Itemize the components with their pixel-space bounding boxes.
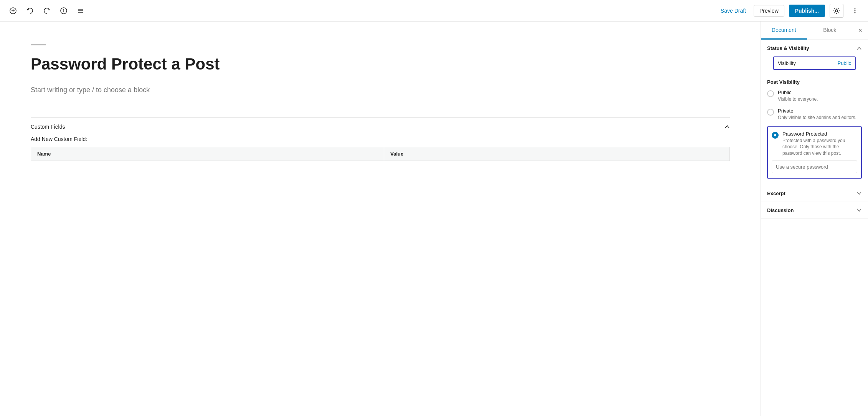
custom-fields-header[interactable]: Custom Fields bbox=[31, 118, 730, 136]
chevron-up-icon bbox=[724, 124, 730, 129]
radio-public-desc: Visible to everyone. bbox=[778, 96, 818, 103]
radio-password-title: Password Protected bbox=[782, 131, 857, 137]
discussion-title: Discussion bbox=[767, 207, 794, 213]
tab-document[interactable]: Document bbox=[761, 22, 807, 40]
editor: Password Protect a Post Start writing or… bbox=[0, 22, 761, 416]
chevron-up-icon-sidebar bbox=[856, 46, 862, 51]
add-block-button[interactable] bbox=[6, 4, 20, 18]
radio-private-title: Private bbox=[778, 108, 856, 114]
info-button[interactable] bbox=[57, 4, 71, 18]
publish-button[interactable]: Publish... bbox=[789, 5, 825, 17]
settings-button[interactable] bbox=[830, 4, 843, 18]
gear-icon bbox=[833, 7, 840, 14]
svg-point-9 bbox=[835, 10, 838, 12]
radio-password-text: Password Protected Protected with a pass… bbox=[782, 131, 857, 157]
sidebar: Document Block × Status & Visibility Vis… bbox=[761, 22, 868, 416]
svg-point-10 bbox=[855, 8, 856, 9]
chevron-down-icon-excerpt bbox=[856, 191, 862, 196]
more-options-button[interactable] bbox=[848, 4, 862, 18]
status-visibility-section: Status & Visibility Visibility Public Po… bbox=[761, 40, 868, 185]
excerpt-title: Excerpt bbox=[767, 191, 785, 196]
save-draft-button[interactable]: Save Draft bbox=[718, 5, 749, 16]
redo-button[interactable] bbox=[40, 4, 54, 18]
radio-option-public[interactable]: Public Visible to everyone. bbox=[767, 89, 862, 103]
visibility-label: Visibility bbox=[778, 60, 796, 66]
radio-private-desc: Only visible to site admins and editors. bbox=[778, 114, 856, 121]
post-visibility-area: Post Visibility Public Visible to everyo… bbox=[761, 75, 868, 185]
discussion-panel[interactable]: Discussion bbox=[761, 202, 868, 219]
radio-private-text: Private Only visible to site admins and … bbox=[778, 108, 856, 121]
radio-option-password[interactable]: Password Protected Protected with a pass… bbox=[767, 126, 862, 179]
col-value: Value bbox=[384, 147, 730, 161]
info-icon bbox=[60, 7, 67, 14]
custom-fields-table: Name Value bbox=[31, 147, 730, 161]
editor-bottom: Custom Fields Add New Custom Field: Name… bbox=[31, 117, 730, 167]
preview-button[interactable]: Preview bbox=[754, 5, 784, 17]
status-visibility-title: Status & Visibility bbox=[767, 45, 809, 51]
svg-point-5 bbox=[63, 9, 64, 10]
radio-private[interactable] bbox=[767, 109, 774, 116]
post-visibility-title: Post Visibility bbox=[767, 79, 862, 85]
toolbar: Save Draft Preview Publish... bbox=[0, 0, 868, 22]
undo-icon bbox=[26, 7, 33, 14]
col-name: Name bbox=[31, 147, 384, 161]
radio-option-private[interactable]: Private Only visible to site admins and … bbox=[767, 108, 862, 121]
excerpt-panel[interactable]: Excerpt bbox=[761, 185, 868, 202]
post-title[interactable]: Password Protect a Post bbox=[31, 55, 730, 74]
chevron-down-icon-discussion bbox=[856, 207, 862, 213]
menu-icon bbox=[77, 7, 84, 14]
custom-fields-title: Custom Fields bbox=[31, 124, 65, 130]
toolbar-right: Save Draft Preview Publish... bbox=[718, 4, 862, 18]
undo-button[interactable] bbox=[23, 4, 37, 18]
editor-divider bbox=[31, 45, 46, 45]
custom-fields-body: Add New Custom Field: Name Value bbox=[31, 136, 730, 167]
svg-point-12 bbox=[855, 12, 856, 13]
visibility-value[interactable]: Public bbox=[838, 60, 851, 66]
menu-button[interactable] bbox=[74, 4, 87, 18]
main-area: Password Protect a Post Start writing or… bbox=[0, 22, 868, 416]
status-visibility-header[interactable]: Status & Visibility bbox=[761, 40, 868, 56]
add-icon bbox=[10, 7, 17, 14]
toolbar-left bbox=[6, 4, 87, 18]
svg-point-11 bbox=[855, 10, 856, 11]
add-custom-label: Add New Custom Field: bbox=[31, 136, 730, 142]
redo-icon bbox=[43, 7, 50, 14]
radio-public-text: Public Visible to everyone. bbox=[778, 89, 818, 103]
radio-password-desc: Protected with a password you choose. On… bbox=[782, 138, 857, 157]
radio-public[interactable] bbox=[767, 90, 774, 97]
editor-placeholder[interactable]: Start writing or type / to choose a bloc… bbox=[31, 86, 730, 94]
password-input[interactable] bbox=[772, 161, 857, 173]
tab-block[interactable]: Block bbox=[807, 22, 853, 40]
radio-password[interactable] bbox=[772, 132, 779, 139]
more-vertical-icon bbox=[851, 7, 858, 14]
visibility-row[interactable]: Visibility Public bbox=[773, 56, 856, 70]
sidebar-close-button[interactable]: × bbox=[853, 23, 868, 38]
sidebar-header: Document Block × bbox=[761, 22, 868, 40]
radio-password-row: Password Protected Protected with a pass… bbox=[772, 131, 857, 157]
radio-public-title: Public bbox=[778, 89, 818, 95]
